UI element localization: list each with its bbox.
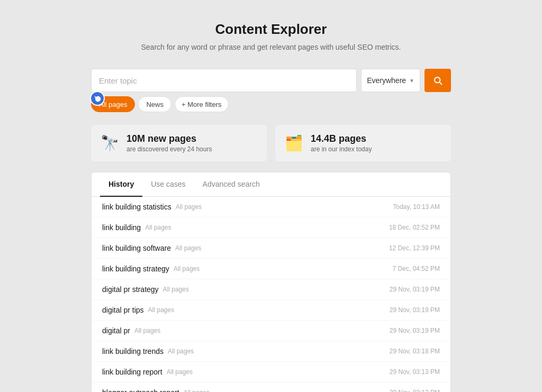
stat-desc-index: are in our index today xyxy=(311,145,372,153)
stat-desc-pages: are discovered every 24 hours xyxy=(127,145,212,153)
history-date: 29 Nov, 03:19 PM xyxy=(390,327,440,334)
history-query: link building trends xyxy=(102,347,164,355)
history-date: 29 Nov, 03:19 PM xyxy=(390,286,440,293)
history-item[interactable]: link building strategy All pages 7 Dec, … xyxy=(92,259,450,279)
history-date: 29 Nov, 03:18 PM xyxy=(390,348,440,355)
tab-history[interactable]: History xyxy=(100,172,142,197)
history-item-left: digital pr All pages xyxy=(102,326,160,335)
history-item[interactable]: blogger outreach report All pages 29 Nov… xyxy=(92,382,450,392)
history-query: digital pr tips xyxy=(102,306,144,314)
history-date: 29 Nov, 03:13 PM xyxy=(390,389,440,392)
history-query: link building xyxy=(102,223,141,232)
history-item-left: digital pr strategy All pages xyxy=(102,285,189,294)
history-item[interactable]: digital pr All pages 29 Nov, 03:19 PM xyxy=(92,321,450,341)
history-filter-tag: All pages xyxy=(145,224,171,231)
search-input-wrapper xyxy=(91,69,357,92)
page-header: Content Explorer Search for any word or … xyxy=(91,21,451,53)
search-icon xyxy=(433,76,442,85)
history-filter-tag: All pages xyxy=(148,306,174,314)
stat-number-index: 14.4B pages xyxy=(311,133,372,144)
history-filter-tag: All pages xyxy=(167,368,193,376)
history-item-left: link building trends All pages xyxy=(102,347,194,355)
history-date: 18 Dec, 02:52 PM xyxy=(389,224,440,231)
history-item[interactable]: link building statistics All pages Today… xyxy=(92,197,450,217)
history-item-left: digital pr tips All pages xyxy=(102,306,174,314)
history-query: link building statistics xyxy=(102,203,171,211)
news-filter-button[interactable]: News xyxy=(138,96,171,112)
history-query: link building software xyxy=(102,244,171,252)
history-filter-tag: All pages xyxy=(168,348,194,355)
history-item-left: blogger outreach report All pages xyxy=(102,388,210,392)
search-row: Everywhere ▼ xyxy=(91,69,451,92)
history-item[interactable]: digital pr tips All pages 29 Nov, 03:19 … xyxy=(92,300,450,321)
page-wrapper: Content Explorer Search for any word or … xyxy=(91,21,451,392)
more-filters-button[interactable]: + More filters xyxy=(175,96,229,112)
history-item-left: link building report All pages xyxy=(102,368,193,376)
history-query: blogger outreach report xyxy=(102,388,179,392)
history-item[interactable]: link building trends All pages 29 Nov, 0… xyxy=(92,341,450,362)
stack-icon: 🗂️ xyxy=(285,134,303,152)
history-query: digital pr xyxy=(102,326,130,335)
history-item[interactable]: digital pr strategy All pages 29 Nov, 03… xyxy=(92,279,450,300)
history-filter-tag: All pages xyxy=(175,244,201,252)
history-item[interactable]: link building report All pages 29 Nov, 0… xyxy=(92,362,450,382)
filter-row: All pages News + More filters xyxy=(91,96,451,112)
history-query: digital pr strategy xyxy=(102,285,159,294)
history-date: Today, 10:13 AM xyxy=(393,203,440,211)
tab-advanced-search[interactable]: Advanced search xyxy=(194,172,268,197)
stat-card-pages: 🔭 10M new pages are discovered every 24 … xyxy=(91,125,267,161)
stat-card-index: 🗂️ 14.4B pages are in our index today xyxy=(275,125,451,161)
history-filter-tag: All pages xyxy=(184,389,210,392)
history-query: link building report xyxy=(102,368,162,376)
tabs-row: History Use cases Advanced search xyxy=(92,172,450,197)
svg-line-1 xyxy=(439,82,441,84)
history-filter-tag: All pages xyxy=(163,286,189,293)
avatar-badge xyxy=(90,91,105,106)
location-label: Everywhere xyxy=(367,76,406,85)
history-item-left: link building software All pages xyxy=(102,244,201,252)
stats-row: 🔭 10M new pages are discovered every 24 … xyxy=(91,125,451,161)
history-item[interactable]: link building All pages 18 Dec, 02:52 PM xyxy=(92,217,450,238)
location-dropdown[interactable]: Everywhere ▼ xyxy=(361,69,420,92)
history-list: link building statistics All pages Today… xyxy=(92,197,450,392)
history-date: 12 Dec, 12:39 PM xyxy=(389,244,440,252)
page-title: Content Explorer xyxy=(91,21,451,38)
stat-text-pages: 10M new pages are discovered every 24 ho… xyxy=(127,133,212,153)
history-filter-tag: All pages xyxy=(174,265,200,272)
history-item-left: link building statistics All pages xyxy=(102,203,202,211)
stat-text-index: 14.4B pages are in our index today xyxy=(311,133,372,153)
telescope-icon: 🔭 xyxy=(101,134,119,152)
history-item[interactable]: link building software All pages 12 Dec,… xyxy=(92,238,450,259)
main-card: History Use cases Advanced search link b… xyxy=(91,172,451,392)
history-filter-tag: All pages xyxy=(176,203,202,211)
history-filter-tag: All pages xyxy=(134,327,160,334)
history-date: 7 Dec, 04:52 PM xyxy=(393,265,440,272)
history-date: 29 Nov, 03:19 PM xyxy=(390,306,440,314)
search-input[interactable] xyxy=(91,69,357,92)
history-query: link building strategy xyxy=(102,265,169,273)
tab-use-cases[interactable]: Use cases xyxy=(142,172,194,197)
refresh-icon xyxy=(94,95,101,102)
history-item-left: link building All pages xyxy=(102,223,171,232)
history-date: 29 Nov, 03:13 PM xyxy=(390,368,440,376)
page-subtitle: Search for any word or phrase and get re… xyxy=(91,42,451,53)
chevron-down-icon: ▼ xyxy=(409,78,414,84)
stat-number-pages: 10M new pages xyxy=(127,133,212,144)
history-item-left: link building strategy All pages xyxy=(102,265,200,273)
search-button[interactable] xyxy=(424,69,451,92)
